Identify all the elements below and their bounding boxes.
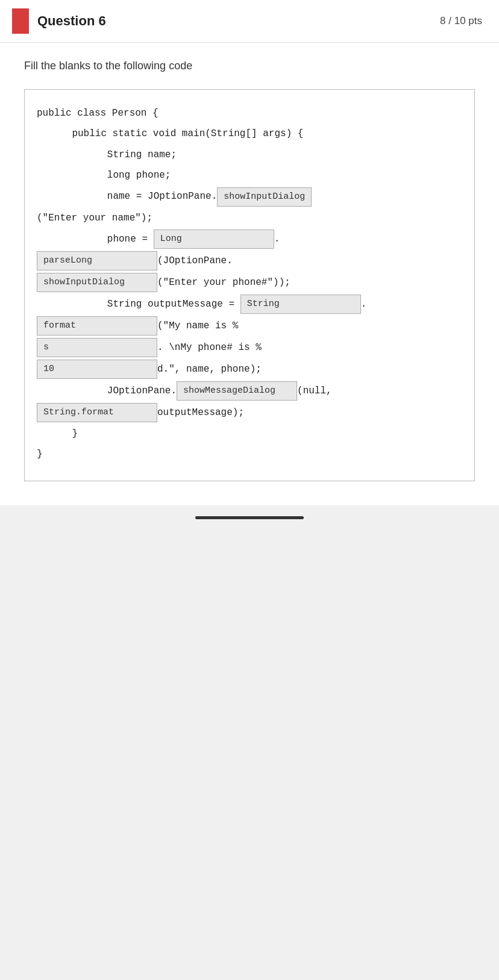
code-text: . \nMy phone# is %	[157, 339, 262, 357]
answer-s[interactable]: s	[37, 338, 157, 357]
answer-showInputDialog-1[interactable]: showInputDialog	[217, 187, 312, 207]
answer-parseLong[interactable]: parseLong	[37, 251, 157, 270]
code-text: d.", name, phone);	[157, 360, 262, 378]
code-text: ("Enter your name");	[37, 209, 152, 227]
scroll-bar-area	[0, 505, 499, 525]
answer-format[interactable]: format	[37, 316, 157, 336]
code-text: public static void main(String[] args) {	[49, 125, 303, 143]
code-line-15: String.format outputMessage);	[37, 403, 462, 422]
code-line-3: String name;	[37, 146, 462, 164]
code-line-17: }	[37, 445, 462, 463]
code-line-11: format ("My name is %	[37, 316, 462, 336]
answer-string[interactable]: String	[240, 295, 361, 314]
answer-showInputDialog-2[interactable]: showInputDialog	[37, 273, 157, 292]
question-title: Question 6	[37, 13, 106, 29]
answer-long[interactable]: Long	[154, 229, 274, 249]
code-text: public class Person {	[37, 104, 158, 122]
code-text: phone =	[61, 230, 154, 248]
code-text: (null,	[297, 382, 332, 400]
code-text: .	[274, 230, 280, 248]
code-text: (JOptionPane.	[157, 252, 233, 270]
code-line-5: name = JOptionPane. showInputDialog	[37, 187, 462, 207]
content-area: Fill the blanks to the following code pu…	[0, 43, 499, 505]
scroll-bar[interactable]	[195, 516, 304, 519]
code-text: .	[361, 295, 367, 313]
code-line-10: String outputMessage = String .	[37, 295, 462, 314]
question-score: 8 / 10 pts	[440, 15, 482, 27]
code-text: JOptionPane.	[61, 382, 177, 400]
code-text: ("My name is %	[157, 317, 238, 335]
answer-string-format[interactable]: String.format	[37, 403, 157, 422]
code-line-4: long phone;	[37, 166, 462, 184]
instruction-text: Fill the blanks to the following code	[24, 60, 475, 72]
code-line-12: s . \nMy phone# is %	[37, 338, 462, 357]
code-text: String outputMessage =	[61, 295, 240, 313]
code-line-7: phone = Long .	[37, 229, 462, 249]
code-text: outputMessage);	[157, 404, 244, 422]
code-text: String name;	[61, 146, 177, 164]
code-block: public class Person { public static void…	[24, 89, 475, 481]
code-line-16: }	[37, 425, 462, 443]
code-line-8: parseLong (JOptionPane.	[37, 251, 462, 270]
code-line-6: ("Enter your name");	[37, 209, 462, 227]
answer-10[interactable]: 10	[37, 360, 157, 379]
answer-showMessageDialog[interactable]: showMessageDialog	[177, 381, 297, 401]
code-line-1: public class Person {	[37, 104, 462, 122]
code-text: long phone;	[61, 166, 171, 184]
question-header: Question 6 8 / 10 pts	[0, 0, 499, 43]
code-line-9: showInputDialog ("Enter your phone#"));	[37, 273, 462, 292]
page-container: Question 6 8 / 10 pts Fill the blanks to…	[0, 0, 499, 980]
code-line-2: public static void main(String[] args) {	[37, 125, 462, 143]
code-line-14: JOptionPane. showMessageDialog (null,	[37, 381, 462, 401]
code-line-13: 10 d.", name, phone);	[37, 360, 462, 379]
code-text: ("Enter your phone#"));	[157, 273, 290, 292]
question-marker	[12, 8, 29, 34]
code-text: }	[49, 425, 78, 443]
code-text: }	[37, 445, 43, 463]
code-text: name = JOptionPane.	[61, 187, 217, 205]
